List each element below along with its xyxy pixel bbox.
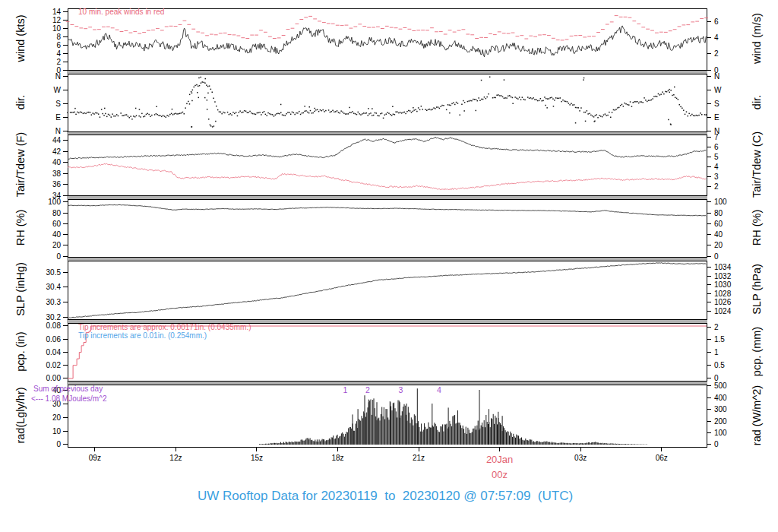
svg-text:60: 60 xyxy=(52,220,62,228)
rad-hour-marker: 2 xyxy=(365,385,370,394)
svg-text:1026: 1026 xyxy=(714,298,732,306)
svg-text:10: 10 xyxy=(52,24,62,33)
svg-text:30.2: 30.2 xyxy=(46,313,62,321)
panel-separator xyxy=(67,257,707,261)
panel-separator xyxy=(67,381,707,385)
svg-text:20: 20 xyxy=(52,241,62,249)
svg-text:300: 300 xyxy=(714,405,727,413)
svg-text:38: 38 xyxy=(52,169,62,178)
svg-text:100: 100 xyxy=(714,429,727,437)
x-tick-label: 21z xyxy=(413,454,425,462)
svg-text:2: 2 xyxy=(714,182,719,191)
radiation-sum-note-line2: <--- 1.08 MJoules/m^2 xyxy=(31,394,106,403)
rad-hour-marker: 3 xyxy=(398,385,403,394)
panel-rad: 40302010050040030020010001234 xyxy=(52,382,727,448)
svg-text:80: 80 xyxy=(714,209,723,217)
weather-dashboard: 141210864206420NWSENNWSEN444240383634765… xyxy=(0,0,778,532)
svg-text:40: 40 xyxy=(714,230,723,239)
svg-text:8: 8 xyxy=(56,33,61,41)
svg-text:0: 0 xyxy=(714,252,719,261)
svg-text:N: N xyxy=(55,72,61,81)
x-tick-label: 20Jan xyxy=(486,454,513,465)
x-tick-label: 15z xyxy=(251,454,263,462)
svg-text:30.4: 30.4 xyxy=(46,283,62,291)
svg-text:1.5: 1.5 xyxy=(714,335,725,344)
svg-text:4: 4 xyxy=(714,163,719,171)
svg-text:6: 6 xyxy=(714,143,719,151)
svg-text:1030: 1030 xyxy=(714,280,732,289)
svg-text:W: W xyxy=(54,86,62,94)
svg-text:0: 0 xyxy=(56,440,61,448)
panel-rh: 100806040200100806040200 xyxy=(48,198,727,260)
svg-text:400: 400 xyxy=(714,394,727,402)
x-tick-label: 09z xyxy=(89,454,101,462)
panel-separator xyxy=(67,131,707,135)
peak-winds-note: 10 min. peak winds in red xyxy=(78,8,164,16)
tip-increments-red-note: Tip increments are approx. 0.00171in. (0… xyxy=(78,323,251,331)
axis-title-rad-right: rad (W/m^2) xyxy=(751,351,763,480)
svg-text:1: 1 xyxy=(714,348,719,356)
svg-text:0.08: 0.08 xyxy=(46,321,62,330)
svg-text:4: 4 xyxy=(56,49,61,58)
svg-text:10: 10 xyxy=(52,427,62,435)
svg-text:20: 20 xyxy=(52,413,62,422)
x-tick-label-2: 00z xyxy=(492,469,508,480)
svg-text:4: 4 xyxy=(714,33,719,42)
svg-text:2: 2 xyxy=(714,323,719,331)
axis-title-rad-left: rad(Lgly/hr) xyxy=(15,351,27,480)
svg-text:20: 20 xyxy=(714,241,723,249)
rad-hour-marker: 4 xyxy=(437,385,441,394)
svg-text:100: 100 xyxy=(48,198,61,206)
panel-tair_tdew: 444240383634765432 xyxy=(52,133,719,199)
svg-text:14: 14 xyxy=(52,8,62,16)
svg-text:40: 40 xyxy=(52,158,62,166)
svg-text:W: W xyxy=(714,86,722,94)
svg-text:1032: 1032 xyxy=(714,272,732,280)
svg-text:0.02: 0.02 xyxy=(46,361,62,369)
svg-text:60: 60 xyxy=(714,220,723,228)
svg-text:S: S xyxy=(714,100,719,108)
svg-text:2: 2 xyxy=(714,49,719,58)
svg-text:7: 7 xyxy=(714,133,719,141)
x-tick-label: 06z xyxy=(656,454,668,462)
svg-text:12: 12 xyxy=(52,16,62,24)
rad-hour-marker: 1 xyxy=(343,385,348,394)
svg-text:N: N xyxy=(714,72,719,81)
svg-text:1034: 1034 xyxy=(714,263,732,271)
svg-text:0.04: 0.04 xyxy=(46,348,62,356)
svg-text:N: N xyxy=(55,127,61,135)
svg-text:42: 42 xyxy=(52,147,62,156)
svg-text:1028: 1028 xyxy=(714,290,732,298)
x-tick-label: 03z xyxy=(574,454,587,462)
svg-text:E: E xyxy=(714,113,719,122)
svg-text:30.5: 30.5 xyxy=(46,268,62,277)
panel-dir: NWSENNWSEN xyxy=(54,72,722,135)
chart-title: UW Rooftop Data for 20230119 to 20230120… xyxy=(0,489,770,504)
svg-text:1024: 1024 xyxy=(714,307,732,315)
panel-wind: 141210864206420 xyxy=(52,8,719,74)
svg-text:500: 500 xyxy=(714,382,727,390)
tip-increments-blue-note: Tip increments are 0.01in. (0.254mm.) xyxy=(78,331,207,340)
svg-text:0: 0 xyxy=(56,252,61,261)
svg-text:40: 40 xyxy=(52,230,62,239)
svg-text:0.06: 0.06 xyxy=(46,335,62,344)
panel-separator xyxy=(67,70,707,74)
radiation-sum-note-line1: Sum of previous day xyxy=(33,385,103,393)
svg-text:0.5: 0.5 xyxy=(714,361,725,369)
svg-text:2: 2 xyxy=(56,58,61,66)
x-tick-label: 12z xyxy=(169,454,182,462)
svg-text:30.3: 30.3 xyxy=(46,298,62,306)
svg-text:3: 3 xyxy=(714,173,719,181)
svg-text:80: 80 xyxy=(52,209,62,217)
svg-text:5: 5 xyxy=(714,153,719,161)
svg-text:6: 6 xyxy=(714,17,719,26)
svg-text:44: 44 xyxy=(52,136,62,144)
x-tick-label: 18z xyxy=(331,454,343,462)
panel-slp: 30.530.430.330.2103410321030102810261024 xyxy=(46,261,732,321)
svg-text:100: 100 xyxy=(714,198,727,206)
svg-text:E: E xyxy=(55,113,61,122)
svg-text:200: 200 xyxy=(714,417,727,426)
svg-text:36: 36 xyxy=(52,180,62,188)
svg-text:S: S xyxy=(55,100,61,108)
panel-separator xyxy=(67,195,707,199)
